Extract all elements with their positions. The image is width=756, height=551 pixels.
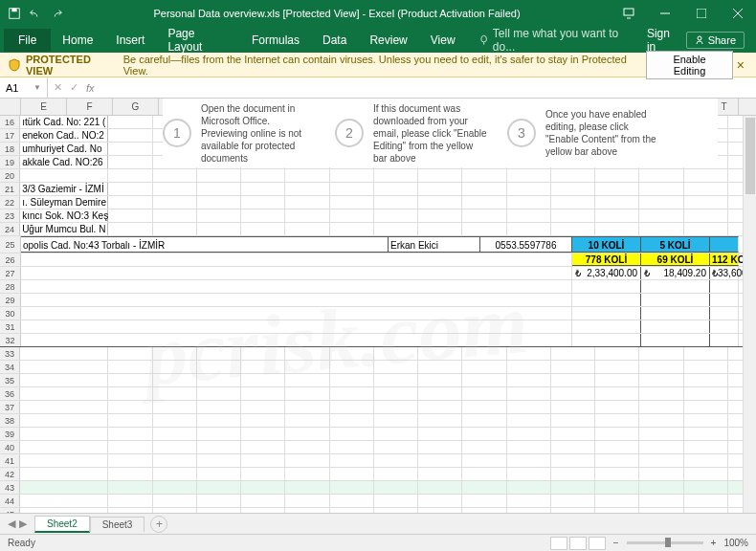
cell[interactable]	[374, 454, 418, 467]
row-header[interactable]: 26	[0, 253, 21, 266]
cell[interactable]	[330, 183, 374, 195]
cell[interactable]	[551, 196, 595, 209]
row-header[interactable]: 41	[0, 454, 20, 467]
cell[interactable]	[595, 454, 639, 467]
cell[interactable]: ı. Süleyman Demire	[20, 196, 108, 209]
tab-formulas[interactable]: Formulas	[240, 29, 311, 52]
cell[interactable]	[108, 374, 152, 386]
cell[interactable]	[108, 495, 152, 507]
cell[interactable]	[462, 468, 506, 480]
zoom-in-icon[interactable]: +	[711, 538, 717, 548]
cell[interactable]	[710, 280, 739, 293]
cell[interactable]	[641, 334, 710, 346]
cell[interactable]	[418, 428, 462, 440]
cell[interactable]	[551, 481, 595, 494]
cell[interactable]	[197, 387, 241, 400]
cell[interactable]: akkale Cad. NO:26	[20, 156, 108, 168]
cell[interactable]	[418, 401, 462, 413]
add-sheet-button[interactable]: +	[150, 516, 167, 533]
cell[interactable]	[20, 169, 108, 182]
cell[interactable]	[21, 320, 572, 333]
cell[interactable]	[108, 143, 152, 155]
cell[interactable]	[153, 223, 197, 235]
cell[interactable]	[21, 307, 572, 320]
cell[interactable]	[507, 361, 551, 373]
cell[interactable]	[641, 307, 710, 320]
cell[interactable]: 0553.5597786	[480, 236, 572, 253]
cell[interactable]	[684, 169, 728, 182]
cell[interactable]	[330, 196, 374, 209]
cell[interactable]	[418, 183, 462, 195]
close-icon[interactable]	[720, 0, 756, 27]
cell[interactable]	[330, 223, 374, 235]
cell[interactable]	[374, 414, 418, 427]
row-header[interactable]: 31	[0, 320, 21, 333]
tab-view[interactable]: View	[419, 29, 467, 52]
cell[interactable]	[108, 428, 152, 440]
cell[interactable]	[418, 481, 462, 494]
cell[interactable]	[418, 169, 462, 182]
cell[interactable]	[241, 454, 285, 467]
cell[interactable]	[418, 387, 462, 400]
cell[interactable]	[462, 361, 506, 373]
cell[interactable]	[595, 209, 639, 222]
row-header[interactable]: 33	[0, 347, 20, 360]
minimize-icon[interactable]	[647, 0, 683, 27]
cell[interactable]	[710, 334, 739, 346]
cell[interactable]	[108, 116, 152, 128]
cell[interactable]	[595, 223, 639, 235]
cell[interactable]	[374, 209, 418, 222]
cell[interactable]	[595, 183, 639, 195]
cell[interactable]	[330, 209, 374, 222]
cell[interactable]	[241, 428, 285, 440]
cell[interactable]	[507, 468, 551, 480]
cell[interactable]	[153, 401, 197, 413]
cell[interactable]	[551, 361, 595, 373]
cell[interactable]	[418, 374, 462, 386]
cell[interactable]	[572, 334, 641, 346]
cell[interactable]	[507, 374, 551, 386]
cell[interactable]	[551, 414, 595, 427]
cell[interactable]	[507, 401, 551, 413]
cell[interactable]	[330, 481, 374, 494]
cell[interactable]	[418, 441, 462, 453]
name-box[interactable]: A1 ▼	[0, 77, 48, 98]
view-page-break-button[interactable]	[589, 537, 606, 550]
row-header[interactable]: 36	[0, 387, 20, 400]
cell[interactable]	[20, 481, 108, 494]
cell[interactable]	[197, 374, 241, 386]
row-header[interactable]: 38	[0, 414, 20, 427]
cell[interactable]	[241, 223, 285, 235]
cell[interactable]	[639, 361, 683, 373]
cell[interactable]	[285, 209, 329, 222]
cell[interactable]	[330, 387, 374, 400]
cell[interactable]	[21, 280, 572, 293]
cell[interactable]	[639, 374, 683, 386]
zoom-level[interactable]: 100%	[723, 538, 748, 548]
cell[interactable]	[710, 236, 739, 253]
cell[interactable]	[20, 401, 108, 413]
cell[interactable]	[374, 347, 418, 360]
cell[interactable]	[595, 441, 639, 453]
cell[interactable]	[285, 428, 329, 440]
cell[interactable]	[551, 209, 595, 222]
cell[interactable]	[285, 441, 329, 453]
cell[interactable]	[241, 495, 285, 507]
cell[interactable]: 18,409.20	[653, 267, 710, 279]
cell[interactable]	[108, 209, 152, 222]
cell[interactable]	[639, 196, 683, 209]
cell[interactable]	[462, 209, 506, 222]
cell[interactable]	[285, 495, 329, 507]
cell[interactable]	[285, 468, 329, 480]
cell[interactable]	[21, 267, 572, 279]
cell[interactable]	[20, 454, 108, 467]
cell[interactable]	[684, 387, 728, 400]
maximize-icon[interactable]	[683, 0, 720, 27]
row-header[interactable]: 24	[0, 223, 20, 235]
cell[interactable]: 3/3 Gaziemir - İZMİ	[20, 183, 108, 195]
cell[interactable]	[418, 361, 462, 373]
cell[interactable]	[595, 196, 639, 209]
cell[interactable]	[418, 495, 462, 507]
cell[interactable]	[462, 183, 506, 195]
share-button[interactable]: Share	[686, 32, 745, 49]
